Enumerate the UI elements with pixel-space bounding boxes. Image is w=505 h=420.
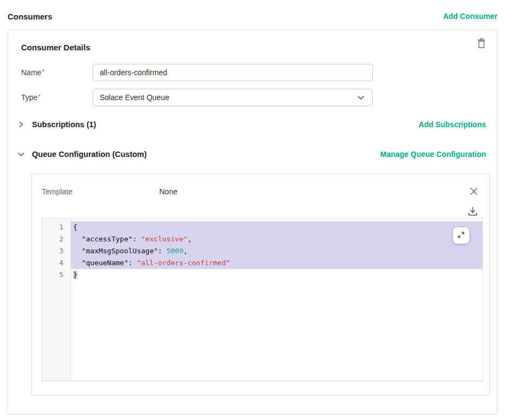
chevron-down-icon [357, 95, 365, 100]
code-line: "accessType": "exclusive", [71, 233, 482, 245]
code-line: { [71, 221, 482, 233]
page-title: Consumers [8, 12, 53, 21]
add-subscriptions-button[interactable]: Add Subscriptions [419, 120, 486, 129]
consumer-details-card: Consumer Details Name* Type* [8, 30, 497, 415]
line-number: 5 [42, 269, 70, 281]
card-header: Consumer Details [8, 30, 497, 52]
chevron-right-icon [17, 121, 25, 128]
trash-icon [477, 42, 486, 50]
page: Consumers Add Consumer Consumer Details … [0, 0, 505, 415]
line-number: 3 [42, 245, 70, 257]
code-line: "maxMsgSpoolUsage": 5000, [71, 245, 482, 257]
card-title: Consumer Details [21, 43, 90, 52]
queue-config-panel: Template None [31, 173, 490, 396]
type-select[interactable]: Solace Event Queue [93, 89, 373, 106]
queue-config-title: Queue Configuration (Custom) [32, 150, 147, 159]
line-number: 2 [42, 233, 70, 245]
expand-editor-button[interactable] [453, 227, 469, 244]
download-row [32, 197, 489, 215]
download-config-button[interactable] [466, 205, 480, 215]
required-marker: * [42, 68, 44, 76]
template-row: Template None [32, 174, 489, 197]
delete-consumer-button[interactable] [476, 37, 487, 50]
chevron-down-icon [17, 150, 25, 158]
subscriptions-toggle[interactable]: Subscriptions (1) [17, 120, 419, 129]
code-line: "queueName": "all-orders-confirmed" [71, 257, 482, 269]
close-icon [469, 189, 478, 198]
type-select-value: Solace Event Queue [100, 93, 169, 102]
line-number: 1 [42, 221, 70, 233]
close-panel-button[interactable] [468, 186, 480, 197]
template-value: None [159, 187, 468, 196]
page-header: Consumers Add Consumer [8, 11, 497, 21]
manage-queue-configuration-button[interactable]: Manage Queue Configuration [380, 150, 486, 159]
code-area[interactable]: { "accessType": "exclusive", "maxMsgSpoo… [71, 219, 482, 380]
type-label: Type* [21, 93, 93, 102]
add-consumer-button[interactable]: Add Consumer [443, 12, 497, 21]
template-label: Template [42, 187, 159, 196]
name-input[interactable] [93, 64, 373, 81]
required-marker: * [38, 93, 41, 101]
download-icon [467, 211, 478, 219]
name-field-row: Name* [21, 64, 484, 81]
line-number-gutter: 1 2 3 4 5 [42, 219, 71, 380]
subscriptions-title: Subscriptions (1) [32, 120, 96, 129]
line-number: 4 [42, 257, 70, 269]
json-code-editor[interactable]: 1 2 3 4 5 { "accessType": "exclusive", "… [42, 218, 483, 381]
expand-icon [457, 231, 465, 240]
name-label: Name* [21, 68, 93, 77]
queue-config-toggle[interactable]: Queue Configuration (Custom) [17, 150, 380, 159]
queue-config-section-row: Queue Configuration (Custom) Manage Queu… [17, 148, 486, 160]
subscriptions-section-row: Subscriptions (1) Add Subscriptions [17, 119, 486, 130]
code-line: } [71, 269, 482, 281]
type-field-row: Type* Solace Event Queue [21, 89, 484, 106]
